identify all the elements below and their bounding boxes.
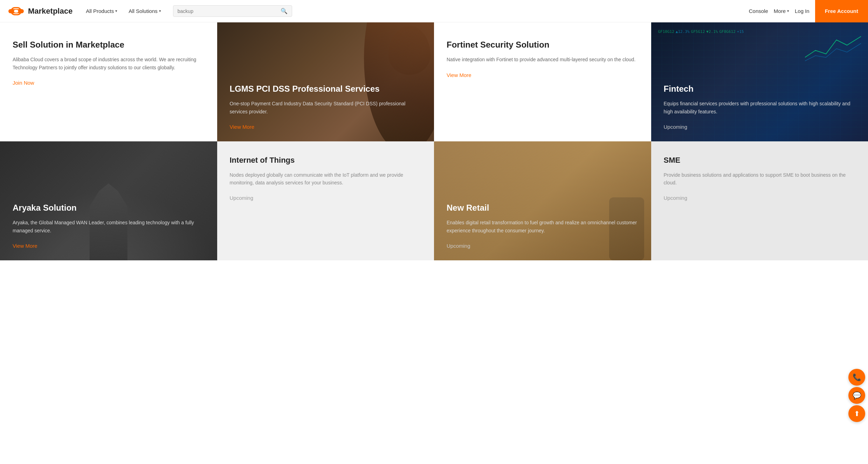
header-right: Console More ▾ Log In Free Account bbox=[749, 0, 860, 22]
fortinet-desc: Native integration with Fortinet to prov… bbox=[447, 56, 639, 63]
fortinet-view-more[interactable]: View More bbox=[447, 72, 471, 78]
alibaba-cloud-logo[interactable] bbox=[8, 6, 24, 16]
login-link[interactable]: Log In bbox=[795, 8, 810, 14]
card-iot: Internet of Things Nodes deployed global… bbox=[217, 141, 434, 260]
card-lgms: LGMS PCI DSS Professional Services One-s… bbox=[217, 22, 434, 141]
header: Marketplace All Products ▾ All Solutions… bbox=[0, 0, 868, 22]
newretail-upcoming: Upcoming bbox=[447, 243, 470, 249]
main-grid: Sell Solution in Marketplace Alibaba Clo… bbox=[0, 22, 868, 260]
sell-desc: Alibaba Cloud covers a broad scope of in… bbox=[13, 56, 205, 71]
search-input[interactable] bbox=[178, 8, 281, 14]
console-link[interactable]: Console bbox=[749, 8, 768, 14]
fintech-content: Fintech Equips financial services provid… bbox=[664, 83, 856, 130]
sme-title: SME bbox=[664, 155, 856, 166]
card-sme: SME Provide business solutions and appli… bbox=[651, 141, 868, 260]
newretail-content: New Retail Enables digital retail transf… bbox=[447, 202, 639, 249]
fintech-title: Fintech bbox=[664, 83, 856, 94]
free-account-button[interactable]: Free Account bbox=[815, 0, 868, 22]
card-fortinet: Fortinet Security Solution Native integr… bbox=[434, 22, 651, 141]
card-sell-solution: Sell Solution in Marketplace Alibaba Clo… bbox=[0, 22, 217, 141]
newretail-desc: Enables digital retail transformation to… bbox=[447, 219, 639, 234]
newretail-title: New Retail bbox=[447, 202, 639, 213]
aryaka-title: Aryaka Solution bbox=[13, 202, 205, 213]
card-newretail: New Retail Enables digital retail transf… bbox=[434, 141, 651, 260]
sell-content: Sell Solution in Marketplace Alibaba Clo… bbox=[13, 39, 205, 86]
logo-area[interactable]: Marketplace bbox=[8, 6, 73, 16]
search-icon[interactable]: 🔍 bbox=[281, 8, 288, 14]
fortinet-title: Fortinet Security Solution bbox=[447, 39, 639, 50]
aryaka-content: Aryaka Solution Aryaka, the Global Manag… bbox=[13, 202, 205, 249]
iot-title: Internet of Things bbox=[230, 155, 422, 166]
fintech-desc: Equips financial services providers with… bbox=[664, 100, 856, 115]
fintech-chart bbox=[805, 29, 861, 64]
lgms-view-more[interactable]: View More bbox=[230, 124, 255, 130]
sme-content: SME Provide business solutions and appli… bbox=[664, 155, 856, 201]
sme-desc: Provide business solutions and applicati… bbox=[664, 171, 856, 187]
lgms-content: LGMS PCI DSS Professional Services One-s… bbox=[230, 83, 422, 130]
sme-upcoming: Upcoming bbox=[664, 195, 688, 201]
lgms-desc: One-stop Payment Card Industry Data Secu… bbox=[230, 100, 422, 115]
lgms-title: LGMS PCI DSS Professional Services bbox=[230, 83, 422, 94]
all-products-nav[interactable]: All Products ▾ bbox=[81, 0, 122, 22]
more-chevron: ▾ bbox=[787, 9, 789, 13]
card-aryaka: Aryaka Solution Aryaka, the Global Manag… bbox=[0, 141, 217, 260]
sell-title: Sell Solution in Marketplace bbox=[13, 39, 205, 50]
sell-join-link[interactable]: Join Now bbox=[13, 80, 34, 86]
more-nav[interactable]: More ▾ bbox=[774, 8, 789, 14]
iot-desc: Nodes deployed globally can communicate … bbox=[230, 171, 422, 187]
nav-links: All Products ▾ All Solutions ▾ bbox=[81, 0, 166, 22]
marketplace-label: Marketplace bbox=[28, 7, 73, 16]
fortinet-content: Fortinet Security Solution Native integr… bbox=[447, 39, 639, 78]
iot-content: Internet of Things Nodes deployed global… bbox=[230, 155, 422, 201]
aryaka-desc: Aryaka, the Global Managed WAN Leader, c… bbox=[13, 219, 205, 234]
all-solutions-nav[interactable]: All Solutions ▾ bbox=[124, 0, 166, 22]
all-solutions-chevron: ▾ bbox=[159, 9, 161, 13]
fintech-upcoming: Upcoming bbox=[664, 124, 688, 130]
card-fintech: GF10G12 ▲12.3% GF5G12 ▼2.1% GF8G612 +15 … bbox=[651, 22, 868, 141]
svg-rect-2 bbox=[14, 10, 18, 13]
search-bar[interactable]: 🔍 bbox=[173, 5, 292, 17]
aryaka-view-more[interactable]: View More bbox=[13, 243, 37, 249]
all-products-chevron: ▾ bbox=[115, 9, 117, 13]
iot-upcoming: Upcoming bbox=[230, 195, 254, 201]
